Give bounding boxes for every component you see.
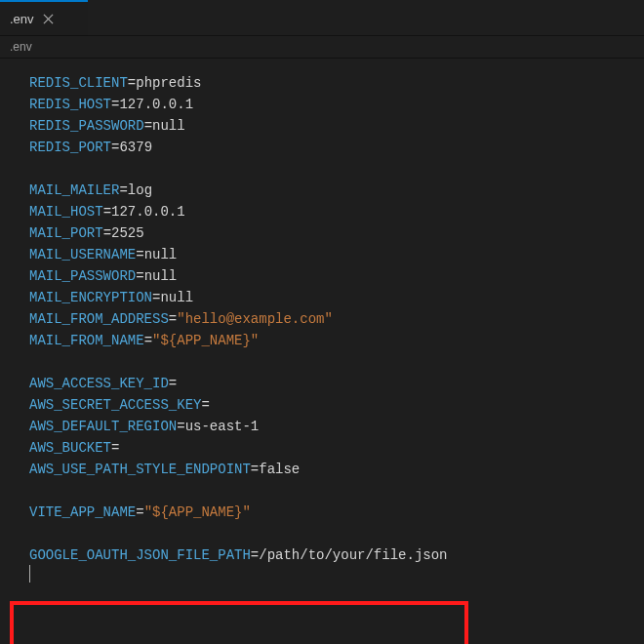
code-content: MAIL_PORT=2525 xyxy=(29,222,144,244)
code-line[interactable] xyxy=(0,158,644,180)
code-content: MAIL_HOST=127.0.0.1 xyxy=(29,201,185,222)
code-content: REDIS_PASSWORD=null xyxy=(29,115,185,137)
tab-label: .env xyxy=(10,12,34,26)
code-line[interactable]: MAIL_HOST=127.0.0.1 xyxy=(0,201,644,222)
code-line[interactable]: GOOGLE_OAUTH_JSON_FILE_PATH=/path/to/you… xyxy=(0,544,644,566)
code-line[interactable] xyxy=(0,566,644,587)
code-content: MAIL_PASSWORD=null xyxy=(29,265,177,287)
code-line[interactable]: AWS_ACCESS_KEY_ID= xyxy=(0,373,644,394)
code-content: AWS_SECRET_ACCESS_KEY= xyxy=(29,394,210,416)
close-icon[interactable] xyxy=(42,12,56,25)
code-content: VITE_APP_NAME="${APP_NAME}" xyxy=(29,502,251,523)
code-content: AWS_DEFAULT_REGION=us-east-1 xyxy=(29,416,259,437)
code-content: AWS_BUCKET= xyxy=(29,437,119,459)
breadcrumb-text: .env xyxy=(10,40,32,54)
code-line[interactable]: VITE_APP_NAME="${APP_NAME}" xyxy=(0,502,644,523)
code-content: AWS_ACCESS_KEY_ID= xyxy=(29,373,177,394)
text-cursor xyxy=(29,565,30,583)
editor-window: .env .env REDIS_CLIENT=phpredisREDIS_HOS… xyxy=(0,0,644,644)
code-line[interactable]: REDIS_PASSWORD=null xyxy=(0,115,644,137)
tab-bar: .env xyxy=(0,0,644,36)
code-content: MAIL_USERNAME=null xyxy=(29,244,177,265)
code-line[interactable]: AWS_USE_PATH_STYLE_ENDPOINT=false xyxy=(0,459,644,480)
code-line[interactable] xyxy=(0,480,644,502)
breadcrumb[interactable]: .env xyxy=(0,36,644,59)
code-line[interactable]: MAIL_FROM_ADDRESS="hello@example.com" xyxy=(0,308,644,330)
highlight-box xyxy=(10,601,468,644)
code-line[interactable]: MAIL_MAILER=log xyxy=(0,180,644,201)
code-editor[interactable]: REDIS_CLIENT=phpredisREDIS_HOST=127.0.0.… xyxy=(0,59,644,644)
code-line[interactable]: MAIL_PASSWORD=null xyxy=(0,265,644,287)
code-line[interactable]: REDIS_PORT=6379 xyxy=(0,137,644,158)
code-line[interactable] xyxy=(0,351,644,373)
code-content: MAIL_ENCRYPTION=null xyxy=(29,287,193,308)
code-content: REDIS_PORT=6379 xyxy=(29,137,152,158)
code-line[interactable]: AWS_DEFAULT_REGION=us-east-1 xyxy=(0,416,644,437)
tab-env[interactable]: .env xyxy=(0,0,88,35)
code-line[interactable]: REDIS_HOST=127.0.0.1 xyxy=(0,94,644,115)
code-content: REDIS_CLIENT=phpredis xyxy=(29,72,201,94)
code-line[interactable]: MAIL_PORT=2525 xyxy=(0,222,644,244)
code-content xyxy=(29,565,30,589)
code-line[interactable]: REDIS_CLIENT=phpredis xyxy=(0,72,644,94)
code-line[interactable]: AWS_BUCKET= xyxy=(0,437,644,459)
code-content: GOOGLE_OAUTH_JSON_FILE_PATH=/path/to/you… xyxy=(29,544,447,566)
code-line[interactable]: MAIL_USERNAME=null xyxy=(0,244,644,265)
code-content: REDIS_HOST=127.0.0.1 xyxy=(29,94,193,115)
code-content: AWS_USE_PATH_STYLE_ENDPOINT=false xyxy=(29,459,300,480)
code-line[interactable]: MAIL_ENCRYPTION=null xyxy=(0,287,644,308)
code-line[interactable]: AWS_SECRET_ACCESS_KEY= xyxy=(0,394,644,416)
code-line[interactable]: MAIL_FROM_NAME="${APP_NAME}" xyxy=(0,330,644,351)
code-content: MAIL_FROM_NAME="${APP_NAME}" xyxy=(29,330,259,351)
code-content: MAIL_FROM_ADDRESS="hello@example.com" xyxy=(29,308,333,330)
code-line[interactable] xyxy=(0,523,644,544)
code-content: MAIL_MAILER=log xyxy=(29,180,152,201)
